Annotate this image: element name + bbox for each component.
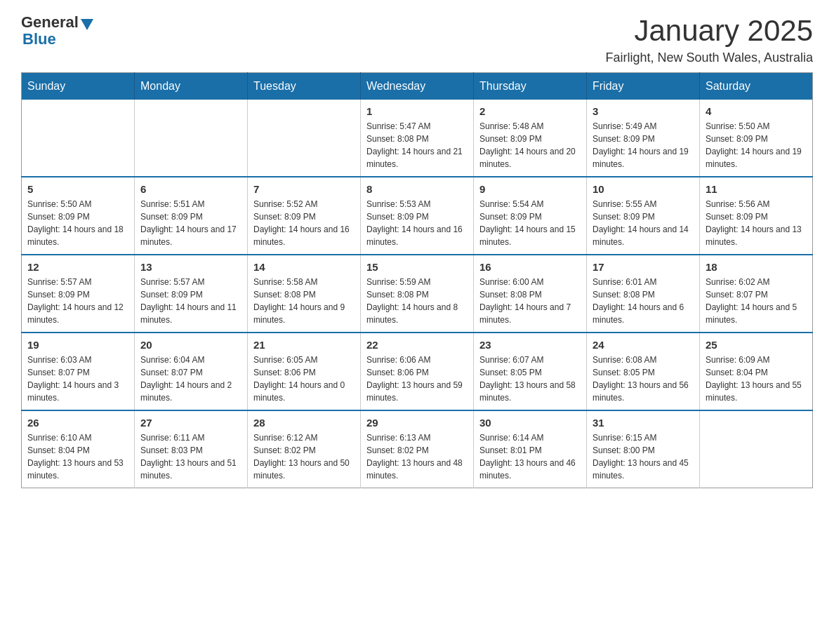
day-info: Sunrise: 5:51 AM Sunset: 8:09 PM Dayligh…	[140, 198, 241, 248]
day-info: Sunrise: 6:05 AM Sunset: 8:06 PM Dayligh…	[253, 354, 355, 404]
title-area: January 2025 Fairlight, New South Wales,…	[606, 14, 813, 65]
day-info: Sunrise: 5:48 AM Sunset: 8:09 PM Dayligh…	[479, 120, 581, 170]
calendar-cell: 11Sunrise: 5:56 AM Sunset: 8:09 PM Dayli…	[700, 177, 813, 255]
logo-text-blue: Blue	[22, 31, 93, 48]
calendar-cell: 8Sunrise: 5:53 AM Sunset: 8:09 PM Daylig…	[361, 177, 474, 255]
day-info: Sunrise: 6:13 AM Sunset: 8:02 PM Dayligh…	[366, 431, 468, 482]
day-info: Sunrise: 6:06 AM Sunset: 8:06 PM Dayligh…	[366, 354, 468, 404]
calendar-cell: 25Sunrise: 6:09 AM Sunset: 8:04 PM Dayli…	[700, 333, 813, 410]
day-number: 13	[140, 261, 241, 273]
day-info: Sunrise: 6:12 AM Sunset: 8:02 PM Dayligh…	[253, 431, 355, 482]
calendar-cell: 13Sunrise: 5:57 AM Sunset: 8:09 PM Dayli…	[135, 255, 248, 333]
calendar-cell: 30Sunrise: 6:14 AM Sunset: 8:01 PM Dayli…	[474, 410, 587, 488]
day-info: Sunrise: 6:08 AM Sunset: 8:05 PM Dayligh…	[593, 354, 694, 404]
calendar-table: SundayMondayTuesdayWednesdayThursdayFrid…	[21, 72, 813, 488]
calendar-cell: 17Sunrise: 6:01 AM Sunset: 8:08 PM Dayli…	[587, 255, 700, 333]
calendar-header-monday: Monday	[135, 73, 248, 100]
day-number: 28	[253, 417, 355, 429]
day-number: 2	[479, 105, 581, 117]
calendar-cell: 23Sunrise: 6:07 AM Sunset: 8:05 PM Dayli…	[474, 333, 587, 410]
day-info: Sunrise: 5:54 AM Sunset: 8:09 PM Dayligh…	[479, 198, 581, 248]
day-number: 25	[706, 339, 807, 351]
calendar-header-tuesday: Tuesday	[248, 73, 361, 100]
calendar-cell	[135, 100, 248, 177]
calendar-week-2: 5Sunrise: 5:50 AM Sunset: 8:09 PM Daylig…	[22, 177, 813, 255]
day-info: Sunrise: 6:07 AM Sunset: 8:05 PM Dayligh…	[479, 354, 581, 404]
logo-triangle-icon	[81, 19, 93, 30]
day-number: 30	[479, 417, 581, 429]
calendar-cell	[700, 410, 813, 488]
day-number: 3	[593, 105, 694, 117]
day-info: Sunrise: 6:04 AM Sunset: 8:07 PM Dayligh…	[140, 354, 241, 404]
calendar-cell: 19Sunrise: 6:03 AM Sunset: 8:07 PM Dayli…	[22, 333, 135, 410]
calendar-cell: 27Sunrise: 6:11 AM Sunset: 8:03 PM Dayli…	[135, 410, 248, 488]
day-number: 8	[366, 183, 468, 195]
page-title: January 2025	[606, 14, 813, 48]
day-number: 4	[706, 105, 807, 117]
calendar-cell: 22Sunrise: 6:06 AM Sunset: 8:06 PM Dayli…	[361, 333, 474, 410]
calendar-cell: 2Sunrise: 5:48 AM Sunset: 8:09 PM Daylig…	[474, 100, 587, 177]
day-number: 21	[253, 339, 355, 351]
day-info: Sunrise: 5:57 AM Sunset: 8:09 PM Dayligh…	[27, 276, 128, 326]
subtitle: Fairlight, New South Wales, Australia	[606, 51, 813, 65]
day-info: Sunrise: 6:15 AM Sunset: 8:00 PM Dayligh…	[593, 431, 694, 482]
calendar-header-friday: Friday	[587, 73, 700, 100]
day-number: 31	[593, 417, 694, 429]
day-number: 27	[140, 417, 241, 429]
calendar-cell: 31Sunrise: 6:15 AM Sunset: 8:00 PM Dayli…	[587, 410, 700, 488]
day-info: Sunrise: 5:47 AM Sunset: 8:08 PM Dayligh…	[366, 120, 468, 170]
day-number: 12	[27, 261, 128, 273]
day-number: 16	[479, 261, 581, 273]
day-info: Sunrise: 6:10 AM Sunset: 8:04 PM Dayligh…	[27, 431, 128, 482]
calendar-cell: 21Sunrise: 6:05 AM Sunset: 8:06 PM Dayli…	[248, 333, 361, 410]
day-info: Sunrise: 5:56 AM Sunset: 8:09 PM Dayligh…	[706, 198, 807, 248]
calendar-cell: 6Sunrise: 5:51 AM Sunset: 8:09 PM Daylig…	[135, 177, 248, 255]
calendar-cell: 9Sunrise: 5:54 AM Sunset: 8:09 PM Daylig…	[474, 177, 587, 255]
day-info: Sunrise: 6:09 AM Sunset: 8:04 PM Dayligh…	[706, 354, 807, 404]
day-info: Sunrise: 5:58 AM Sunset: 8:08 PM Dayligh…	[253, 276, 355, 326]
day-number: 14	[253, 261, 355, 273]
day-number: 18	[706, 261, 807, 273]
calendar-body: 1Sunrise: 5:47 AM Sunset: 8:08 PM Daylig…	[22, 100, 813, 488]
calendar-cell: 24Sunrise: 6:08 AM Sunset: 8:05 PM Dayli…	[587, 333, 700, 410]
calendar-cell: 16Sunrise: 6:00 AM Sunset: 8:08 PM Dayli…	[474, 255, 587, 333]
calendar-cell: 5Sunrise: 5:50 AM Sunset: 8:09 PM Daylig…	[22, 177, 135, 255]
calendar-header: SundayMondayTuesdayWednesdayThursdayFrid…	[22, 73, 813, 100]
day-number: 11	[706, 183, 807, 195]
logo: General Blue	[21, 14, 93, 48]
page-header: General Blue January 2025 Fairlight, New…	[21, 14, 813, 65]
day-number: 17	[593, 261, 694, 273]
calendar-header-wednesday: Wednesday	[361, 73, 474, 100]
day-number: 9	[479, 183, 581, 195]
day-info: Sunrise: 6:03 AM Sunset: 8:07 PM Dayligh…	[27, 354, 128, 404]
calendar-cell: 7Sunrise: 5:52 AM Sunset: 8:09 PM Daylig…	[248, 177, 361, 255]
calendar-week-3: 12Sunrise: 5:57 AM Sunset: 8:09 PM Dayli…	[22, 255, 813, 333]
day-number: 10	[593, 183, 694, 195]
day-info: Sunrise: 6:11 AM Sunset: 8:03 PM Dayligh…	[140, 431, 241, 482]
day-info: Sunrise: 5:53 AM Sunset: 8:09 PM Dayligh…	[366, 198, 468, 248]
calendar-cell: 28Sunrise: 6:12 AM Sunset: 8:02 PM Dayli…	[248, 410, 361, 488]
calendar-cell: 4Sunrise: 5:50 AM Sunset: 8:09 PM Daylig…	[700, 100, 813, 177]
day-info: Sunrise: 5:50 AM Sunset: 8:09 PM Dayligh…	[706, 120, 807, 170]
calendar-cell: 1Sunrise: 5:47 AM Sunset: 8:08 PM Daylig…	[361, 100, 474, 177]
calendar-week-4: 19Sunrise: 6:03 AM Sunset: 8:07 PM Dayli…	[22, 333, 813, 410]
calendar-week-5: 26Sunrise: 6:10 AM Sunset: 8:04 PM Dayli…	[22, 410, 813, 488]
day-info: Sunrise: 6:02 AM Sunset: 8:07 PM Dayligh…	[706, 276, 807, 326]
day-info: Sunrise: 6:14 AM Sunset: 8:01 PM Dayligh…	[479, 431, 581, 482]
day-number: 6	[140, 183, 241, 195]
calendar-cell: 20Sunrise: 6:04 AM Sunset: 8:07 PM Dayli…	[135, 333, 248, 410]
calendar-week-1: 1Sunrise: 5:47 AM Sunset: 8:08 PM Daylig…	[22, 100, 813, 177]
day-info: Sunrise: 6:00 AM Sunset: 8:08 PM Dayligh…	[479, 276, 581, 326]
day-number: 7	[253, 183, 355, 195]
header-row: SundayMondayTuesdayWednesdayThursdayFrid…	[22, 73, 813, 100]
day-info: Sunrise: 5:49 AM Sunset: 8:09 PM Dayligh…	[593, 120, 694, 170]
day-number: 1	[366, 105, 468, 117]
day-number: 24	[593, 339, 694, 351]
calendar-header-sunday: Sunday	[22, 73, 135, 100]
calendar-cell: 14Sunrise: 5:58 AM Sunset: 8:08 PM Dayli…	[248, 255, 361, 333]
calendar-cell: 12Sunrise: 5:57 AM Sunset: 8:09 PM Dayli…	[22, 255, 135, 333]
calendar-cell: 26Sunrise: 6:10 AM Sunset: 8:04 PM Dayli…	[22, 410, 135, 488]
calendar-header-saturday: Saturday	[700, 73, 813, 100]
calendar-cell	[248, 100, 361, 177]
day-number: 26	[27, 417, 128, 429]
